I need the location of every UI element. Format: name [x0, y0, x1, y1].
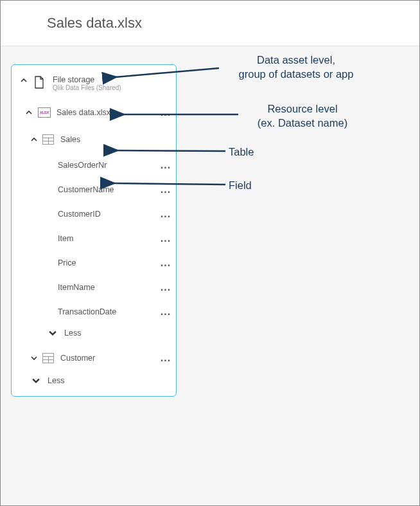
less-row[interactable]: Less [12, 372, 176, 390]
field-row[interactable]: CustomerID ... [12, 202, 176, 226]
more-icon[interactable]: ... [157, 107, 175, 118]
table-label: Customer [60, 354, 157, 363]
xlsx-icon: XLSX [37, 105, 51, 120]
field-row[interactable]: ItemName ... [12, 275, 176, 300]
field-label: CustomerName [12, 185, 157, 194]
field-label: SalesOrderNr [12, 161, 157, 170]
field-label: CustomerID [12, 210, 157, 219]
asset-row[interactable]: File storage Qlik Data Files (Shared) [12, 69, 176, 94]
more-icon[interactable]: ... [157, 233, 175, 244]
table-label: Sales [60, 135, 175, 144]
chevron-up-icon[interactable] [21, 77, 31, 84]
more-icon[interactable]: ... [157, 184, 175, 195]
file-icon [32, 75, 46, 89]
annotation-field: Field [229, 178, 252, 192]
chevron-up-icon[interactable] [26, 109, 36, 116]
resource-row[interactable]: XLSX Sales data.xlsx ... [12, 99, 176, 126]
tree-panel: File storage Qlik Data Files (Shared) XL… [11, 64, 177, 397]
more-icon[interactable]: ... [157, 159, 175, 171]
table-row-sales[interactable]: Sales [12, 126, 176, 153]
page-title: Sales data.xlsx [47, 15, 419, 32]
chevron-down-icon[interactable] [31, 355, 41, 361]
field-row[interactable]: SalesOrderNr ... [12, 153, 176, 177]
table-icon [41, 132, 55, 147]
more-icon[interactable]: ... [157, 306, 175, 318]
body-area: File storage Qlik Data Files (Shared) XL… [1, 46, 419, 505]
field-row[interactable]: Price ... [12, 251, 176, 275]
annotation-resource: Resource level (ex. Dataset name) [238, 102, 367, 131]
chevron-up-icon[interactable] [31, 136, 41, 143]
asset-label: File storage [53, 75, 121, 84]
field-row[interactable]: CustomerName ... [12, 177, 176, 202]
field-label: ItemName [12, 283, 157, 292]
more-icon[interactable]: ... [157, 257, 175, 269]
chevron-down-icon[interactable] [32, 377, 42, 384]
table-row-customer[interactable]: Customer ... [12, 345, 176, 372]
field-label: TransactionDate [12, 307, 157, 316]
less-row[interactable]: Less [12, 324, 176, 342]
page-header: Sales data.xlsx [1, 1, 419, 46]
field-label: Item [12, 234, 157, 243]
chevron-down-icon[interactable] [49, 329, 59, 337]
less-label: Less [48, 376, 175, 385]
field-label: Price [12, 258, 157, 267]
table-icon [41, 351, 55, 365]
more-icon[interactable]: ... [157, 352, 175, 364]
asset-subtitle: Qlik Data Files (Shared) [53, 84, 121, 91]
more-icon[interactable]: ... [157, 282, 175, 293]
annotation-table: Table [229, 145, 254, 159]
annotation-asset: Data asset level, group of datasets or a… [213, 53, 380, 82]
field-row[interactable]: Item ... [12, 226, 176, 251]
resource-label: Sales data.xlsx [57, 108, 157, 117]
less-label: Less [64, 329, 175, 338]
more-icon[interactable]: ... [157, 208, 175, 220]
field-row[interactable]: TransactionDate ... [12, 300, 176, 324]
